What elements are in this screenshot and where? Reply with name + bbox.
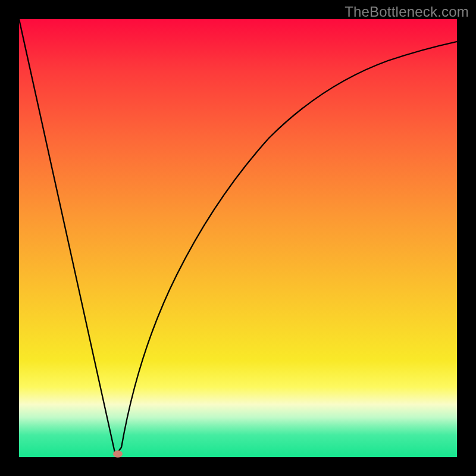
marker-point bbox=[113, 450, 123, 458]
curve-left-segment bbox=[19, 19, 115, 455]
chart-frame: TheBottleneck.com bbox=[0, 0, 476, 476]
plot-area bbox=[19, 19, 457, 457]
curve-right-segment bbox=[115, 42, 457, 455]
watermark-text: TheBottleneck.com bbox=[345, 4, 469, 20]
bottleneck-curve bbox=[19, 19, 457, 457]
